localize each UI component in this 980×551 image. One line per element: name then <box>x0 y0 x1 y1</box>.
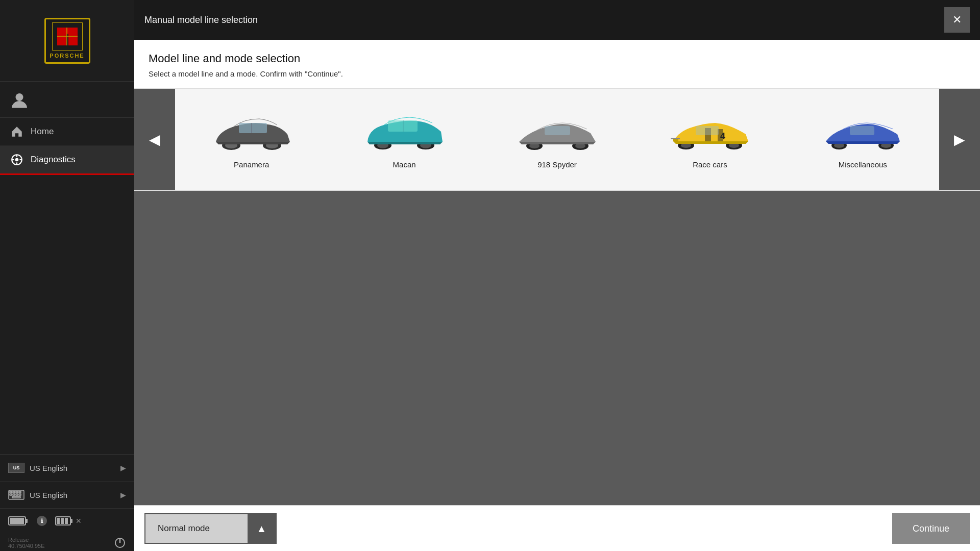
svg-rect-20 <box>16 494 18 495</box>
battery-x-mark: ✕ <box>76 517 82 525</box>
language-selector-1[interactable]: US US English ▶ <box>0 455 134 482</box>
language-flag-1: US <box>8 463 24 473</box>
car-image-panamera <box>208 110 295 156</box>
power-icon[interactable] <box>114 537 126 549</box>
mode-selector: Normal mode ▲ <box>144 513 277 544</box>
svg-rect-28 <box>57 518 60 524</box>
battery-icon <box>8 515 29 527</box>
macan-label: Macan <box>393 160 416 169</box>
svg-rect-16 <box>16 491 18 493</box>
svg-rect-15 <box>13 491 15 493</box>
car-item-race-cars[interactable]: 4 Race cars <box>633 89 786 190</box>
svg-rect-59 <box>671 138 680 139</box>
svg-rect-17 <box>19 491 21 493</box>
keyboard-chevron: ▶ <box>120 491 126 499</box>
svg-rect-64 <box>850 126 874 135</box>
miscellaneous-label: Miscellaneous <box>839 160 887 169</box>
mode-up-button[interactable]: ▲ <box>248 513 276 544</box>
svg-rect-27 <box>70 519 72 523</box>
home-icon <box>10 125 23 138</box>
car-carousel: ◀ <box>134 89 980 191</box>
svg-rect-14 <box>10 491 12 493</box>
car-item-miscellaneous[interactable]: Miscellaneous <box>787 89 939 190</box>
panamera-label: Panamera <box>234 160 269 169</box>
svg-rect-37 <box>239 123 267 133</box>
bottom-icons-row: ℹ ✕ <box>0 509 134 533</box>
logo-crest <box>52 22 83 51</box>
svg-rect-58 <box>673 139 678 141</box>
main-gray-area <box>134 191 980 505</box>
spyder-label: 918 Spyder <box>537 160 577 169</box>
svg-rect-25 <box>10 518 24 524</box>
release-info: Release 40.750/40.95E <box>8 537 45 549</box>
svg-point-6 <box>16 93 23 101</box>
svg-rect-24 <box>26 519 28 523</box>
svg-rect-19 <box>13 494 15 495</box>
logo-area: PORSCHE <box>0 0 134 82</box>
mode-label: Normal mode <box>145 514 248 543</box>
user-icon <box>10 92 29 110</box>
porsche-logo: PORSCHE <box>44 18 90 64</box>
sidebar-item-diagnostics[interactable]: Diagnostics <box>0 146 134 175</box>
car-image-miscellaneous <box>819 110 906 156</box>
dialog-header: Manual model line selection ✕ <box>134 0 980 40</box>
sidebar-item-home[interactable]: Home <box>0 118 134 146</box>
nav-diagnostics-label: Diagnostics <box>31 155 76 165</box>
svg-rect-18 <box>10 494 12 495</box>
content-area: Model line and mode selection Select a m… <box>134 40 980 89</box>
car-image-macan <box>361 110 448 156</box>
keyboard-selector[interactable]: US English ▶ <box>0 482 134 509</box>
battery-x-area: ✕ <box>55 515 82 527</box>
power-row: Release 40.750/40.95E <box>0 533 134 551</box>
main-content: Manual model line selection ✕ Model line… <box>134 0 980 551</box>
continue-button[interactable]: Continue <box>892 513 970 544</box>
release-label: Release <box>8 537 45 543</box>
svg-rect-21 <box>19 494 21 495</box>
svg-rect-3 <box>57 28 78 34</box>
panamera-car-svg <box>211 114 292 152</box>
dialog-title: Manual model line selection <box>144 15 258 26</box>
car-item-918-spyder[interactable]: 918 Spyder <box>481 89 633 190</box>
info-badge: ℹ <box>37 516 47 526</box>
battery-striped-icon <box>55 515 74 527</box>
nav-home-label: Home <box>31 127 54 137</box>
spyder-car-svg <box>517 114 598 152</box>
race-cars-label: Race cars <box>693 160 727 169</box>
dialog-description: Select a model line and a mode. Confirm … <box>149 69 966 78</box>
keyboard-lang-label: US English <box>30 491 67 499</box>
misc-car-svg <box>822 114 903 152</box>
language-label-1: US English <box>30 464 67 472</box>
logo-text: PORSCHE <box>50 53 84 59</box>
carousel-prev-button[interactable]: ◀ <box>134 89 175 190</box>
close-button[interactable]: ✕ <box>944 7 970 33</box>
user-icon-area <box>0 82 134 118</box>
car-item-panamera[interactable]: Panamera <box>175 89 328 190</box>
language-chevron-1: ▶ <box>120 464 126 472</box>
car-image-918-spyder <box>514 110 601 156</box>
svg-rect-57 <box>696 126 719 135</box>
car-items-container: Panamera <box>175 89 939 190</box>
diagnostics-icon <box>10 153 23 166</box>
svg-rect-30 <box>65 518 68 524</box>
macan-car-svg <box>363 114 445 152</box>
sidebar: PORSCHE Home Diagnostics US U <box>0 0 134 551</box>
svg-text:4: 4 <box>720 131 725 141</box>
race-car-svg: 4 <box>669 114 751 152</box>
car-item-macan[interactable]: Macan <box>328 89 480 190</box>
car-image-race-cars: 4 <box>667 110 753 156</box>
carousel-next-button[interactable]: ▶ <box>939 89 980 190</box>
svg-rect-29 <box>61 518 64 524</box>
svg-rect-22 <box>12 496 20 498</box>
svg-rect-49 <box>545 126 570 135</box>
svg-rect-43 <box>388 120 418 132</box>
svg-point-8 <box>15 158 19 162</box>
keyboard-icon <box>8 490 24 500</box>
version-label: 40.750/40.95E <box>8 543 45 549</box>
bottom-bar: Normal mode ▲ Continue <box>134 505 980 551</box>
dialog-heading: Model line and mode selection <box>149 52 966 65</box>
